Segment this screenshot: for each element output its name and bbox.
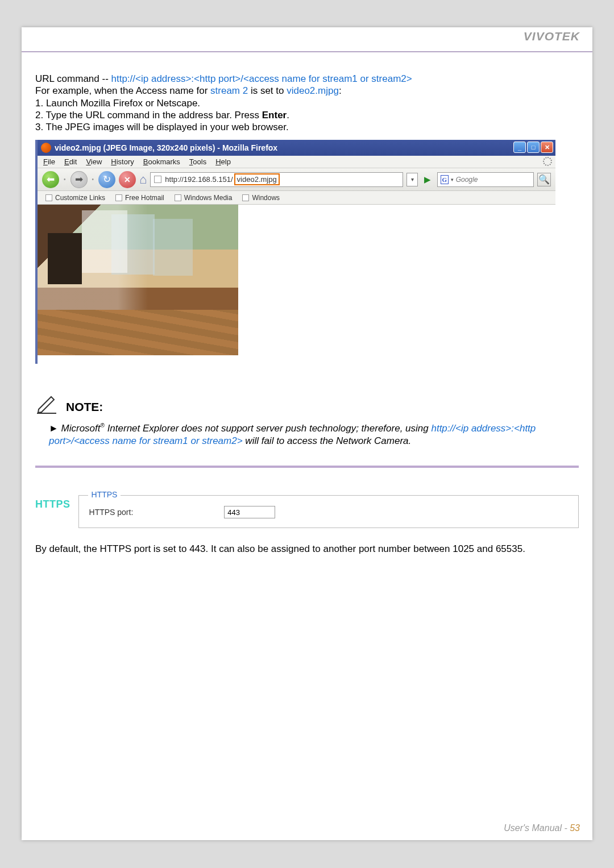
search-engine-drop[interactable]: ▾ xyxy=(451,177,454,182)
address-highlight: video2.mjpg xyxy=(234,173,280,185)
menu-help[interactable]: Help xyxy=(215,157,231,166)
https-port-label: HTTPS port: xyxy=(89,508,134,517)
maximize-button[interactable]: □ xyxy=(527,142,540,153)
menu-bookmarks[interactable]: Bookmarks xyxy=(143,157,180,166)
separator-dot: • xyxy=(64,176,66,182)
url-prefix: URL command -- xyxy=(35,73,111,84)
firefox-window: video2.mjpg (JPEG Image, 320x240 pixels)… xyxy=(35,140,555,364)
example-text-2: is set to xyxy=(248,85,287,96)
page-icon xyxy=(154,176,161,183)
https-legend: HTTPS xyxy=(88,490,121,499)
firefox-titlebar: video2.mjpg (JPEG Image, 320x240 pixels)… xyxy=(38,140,555,156)
bookmark-icon xyxy=(242,194,249,201)
google-icon: G xyxy=(441,175,449,184)
step-1: 1. Launch Mozilla Firefox or Netscape. xyxy=(35,98,200,109)
search-box[interactable]: G ▾ xyxy=(437,172,534,187)
page-footer: User's Manual - 53 xyxy=(504,823,580,833)
firefox-toolbar: ⬅ • ➡ • ↻ ✕ ⌂ http://192.168.5.151/video… xyxy=(38,168,555,191)
bookmark-free-hotmail[interactable]: Free Hotmail xyxy=(115,194,164,202)
bookmark-label: Free Hotmail xyxy=(125,194,164,202)
url-command-block: URL command -- http://<ip address>:<http… xyxy=(35,73,579,133)
step-2-enter: Enter xyxy=(262,110,287,121)
bookmark-icon xyxy=(115,194,122,201)
home-button[interactable]: ⌂ xyxy=(139,172,147,187)
bookmark-label: Windows Media xyxy=(184,194,233,202)
example-text-1: For example, when the Access name for xyxy=(35,85,210,96)
note-head: NOTE: xyxy=(35,391,579,418)
registered-mark: ® xyxy=(101,422,105,429)
forward-button[interactable]: ➡ xyxy=(70,171,88,188)
menu-tools[interactable]: Tools xyxy=(189,157,206,166)
address-bar[interactable]: http://192.168.5.151/video2.mjpg xyxy=(150,172,403,187)
note-pencil-icon xyxy=(35,391,58,414)
bookmark-windows[interactable]: Windows xyxy=(242,194,280,202)
firefox-window-title: video2.mjpg (JPEG Image, 320x240 pixels)… xyxy=(55,143,277,152)
page-content: URL command -- http://<ip address>:<http… xyxy=(22,52,592,566)
step-3: 3. The JPEG images will be displayed in … xyxy=(35,122,289,132)
menu-edit[interactable]: Edit xyxy=(64,157,77,166)
menu-view[interactable]: View xyxy=(86,157,102,166)
stop-button[interactable]: ✕ xyxy=(119,171,136,188)
https-description: By default, the HTTPS port is set to 443… xyxy=(35,543,579,555)
bookmark-label: Customize Links xyxy=(55,194,105,202)
note-text-3: will fail to access the Network Camera. xyxy=(243,435,412,446)
https-port-input[interactable] xyxy=(224,506,275,518)
note-block: NOTE: ► Microsoft® Internet Explorer doe… xyxy=(35,391,579,468)
https-fieldset: HTTPS HTTPS port: xyxy=(78,495,579,528)
document-page: VIVOTEK URL command -- http://<ip addres… xyxy=(22,27,592,840)
camera-stream-image xyxy=(38,205,238,355)
https-section: HTTPS HTTPS HTTPS port: xyxy=(35,495,579,528)
firefox-content-area xyxy=(38,205,555,364)
separator-dot-2: • xyxy=(92,176,94,182)
firefox-menubar: File Edit View History Bookmarks Tools H… xyxy=(38,156,555,168)
note-title: NOTE: xyxy=(66,400,103,414)
bookmark-icon xyxy=(45,194,52,201)
note-text-1: Microsoft xyxy=(61,423,101,434)
bookmark-icon xyxy=(175,194,181,201)
back-button[interactable]: ⬅ xyxy=(42,171,59,188)
step-2a: 2. Type the URL command in the address b… xyxy=(35,110,262,121)
reload-button[interactable]: ↻ xyxy=(98,171,115,188)
mjpg-name: video2.mjpg xyxy=(287,85,339,96)
footer-label: User's Manual - xyxy=(504,823,570,833)
bookmark-customize-links[interactable]: Customize Links xyxy=(45,194,105,202)
note-text-2: Internet Explorer does not support serve… xyxy=(105,423,432,434)
window-buttons: _ □ ✕ xyxy=(513,142,553,153)
bookmark-windows-media[interactable]: Windows Media xyxy=(175,194,233,202)
minimize-button[interactable]: _ xyxy=(513,142,526,153)
https-heading: HTTPS xyxy=(35,495,70,528)
address-dropdown[interactable]: ▾ xyxy=(406,173,418,186)
note-arrow: ► xyxy=(49,423,59,434)
brand-label: VIVOTEK xyxy=(524,30,580,43)
page-header: VIVOTEK xyxy=(22,27,592,52)
footer-page-number: 53 xyxy=(570,823,580,833)
menu-history[interactable]: History xyxy=(111,157,134,166)
firefox-icon xyxy=(41,143,51,153)
search-go-button[interactable]: 🔍 xyxy=(537,173,551,186)
note-body: ► Microsoft® Internet Explorer does not … xyxy=(35,418,579,460)
stream-label: stream 2 xyxy=(210,85,248,96)
throbber-icon xyxy=(543,157,552,166)
note-divider xyxy=(35,466,579,468)
menu-file[interactable]: File xyxy=(43,157,55,166)
step-2c: . xyxy=(287,110,289,121)
close-button[interactable]: ✕ xyxy=(541,142,553,153)
bookmarks-bar: Customize Links Free Hotmail Windows Med… xyxy=(38,191,555,205)
bookmark-label: Windows xyxy=(252,194,280,202)
address-prefix: http://192.168.5.151/ xyxy=(165,175,233,184)
go-button[interactable]: ▶ xyxy=(421,175,434,185)
example-colon: : xyxy=(339,85,342,96)
url-pattern: http://<ip address>:<http port>/<access … xyxy=(111,73,412,84)
search-input[interactable] xyxy=(456,176,530,184)
